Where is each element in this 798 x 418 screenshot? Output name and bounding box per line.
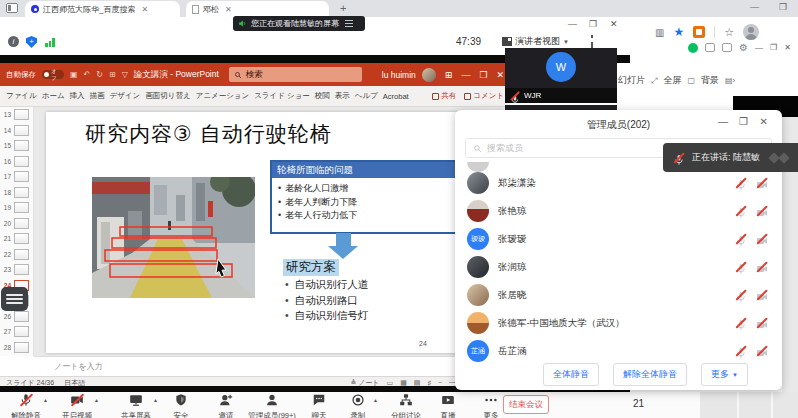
camera-muted-icon[interactable] [756, 289, 768, 301]
tab-view[interactable]: 表示 [335, 91, 350, 101]
restore-icon[interactable]: ❐ [779, 2, 787, 12]
notes-bar[interactable]: ノートを入力 [34, 356, 510, 376]
reading-list-icon[interactable]: ▥ [655, 27, 664, 38]
ppt-close-icon[interactable]: ✕ [496, 70, 504, 80]
autosave-toggle[interactable]: オフ [42, 70, 64, 79]
share-button[interactable]: 共有 [432, 91, 456, 101]
camera-muted-icon[interactable] [756, 233, 768, 245]
slide-thumb-13[interactable]: 13 [0, 107, 33, 123]
gift-icon[interactable] [722, 43, 732, 52]
browser-window-icon[interactable] [6, 3, 18, 13]
slides-tool-label[interactable]: 幻灯片 [618, 74, 645, 87]
ribbon-options-icon[interactable]: ⊞ [445, 70, 453, 80]
end-meeting-button[interactable]: 结束会议 [503, 395, 549, 414]
account-avatar[interactable] [422, 68, 436, 82]
camera-muted-icon[interactable] [756, 261, 768, 273]
gear-icon[interactable]: ⚙ [739, 42, 748, 53]
slide-thumb-preview[interactable] [14, 326, 29, 337]
background-tool-label[interactable]: 背景 [701, 74, 719, 87]
floating-annotation-widget[interactable] [1, 287, 28, 311]
ppt-search-box[interactable]: 検索 [229, 67, 362, 82]
panel-minimize-icon[interactable]: — [718, 116, 728, 127]
member-row[interactable]: 张艳琼 [467, 197, 768, 225]
meeting-restore-icon[interactable]: ❐ [589, 19, 597, 29]
member-row[interactable]: 张润琼 [467, 253, 768, 281]
slide-thumb-preview[interactable] [14, 264, 29, 275]
tab-home[interactable]: ホーム [42, 91, 65, 101]
tab-file[interactable]: ファイル [6, 91, 37, 101]
undo-icon[interactable]: ↶ [84, 70, 91, 79]
quickbar-chevron-icon[interactable]: ▽ [122, 70, 128, 79]
star-outline-icon[interactable]: ☆ [724, 26, 734, 39]
new-tab-button[interactable]: + [340, 2, 346, 14]
slide-thumb-preview[interactable] [14, 233, 29, 244]
mic-muted-icon[interactable] [735, 177, 747, 189]
slide-thumb-preview[interactable] [14, 249, 29, 260]
tab-transitions[interactable]: 画面切り替え [145, 91, 190, 101]
caret-up-icon[interactable]: ▲ [43, 397, 48, 403]
tab-insert[interactable]: 挿入 [70, 91, 85, 101]
slide-thumb-16[interactable]: 16 [0, 154, 33, 170]
ppt-minimize-icon[interactable]: — [461, 70, 470, 80]
browser-tab-2[interactable]: 邓松 ✕ [186, 1, 329, 17]
extension-badge-icon[interactable] [693, 26, 705, 38]
slideshow-start-icon[interactable]: ⊞ [109, 70, 116, 79]
slide-thumb-preview[interactable] [14, 156, 29, 167]
minimize-icon[interactable]: — [750, 2, 759, 12]
slide-thumb-preview[interactable] [14, 187, 29, 198]
member-row[interactable]: 张德军-中国地质大学（武汉） [467, 309, 768, 337]
member-row[interactable]: 郑柒潇染 [467, 169, 768, 197]
mic-muted-icon[interactable] [735, 205, 747, 217]
slide-thumb-preview[interactable] [14, 109, 29, 120]
tab-animations[interactable]: アニメーション [196, 91, 250, 101]
unmute-all-button[interactable]: 解除全体静音 [613, 363, 687, 386]
camera-muted-icon[interactable] [756, 177, 768, 189]
slide-thumb-14[interactable]: 14 [0, 123, 33, 139]
slide-thumb-23[interactable]: 23 [0, 262, 33, 278]
slide-thumb-preview[interactable] [14, 202, 29, 213]
redo-icon[interactable]: ↻ [96, 70, 103, 79]
speaker-video-tile[interactable]: W WJR [505, 48, 617, 103]
tab-slideshow[interactable]: スライド ショー [254, 91, 310, 101]
slide-thumb-preview[interactable] [14, 171, 29, 182]
panel-restore-icon[interactable]: ❐ [739, 116, 748, 127]
tab-draw[interactable]: 描画 [90, 91, 105, 101]
mic-muted-icon[interactable] [735, 233, 747, 245]
mic-muted-icon[interactable] [735, 317, 747, 329]
browser-profile-avatar[interactable] [743, 24, 759, 40]
chat-square-icon[interactable] [705, 43, 715, 52]
slide-thumb-18[interactable]: 18 [0, 185, 33, 201]
mic-muted-icon[interactable] [735, 289, 747, 301]
member-row[interactable]: 芷涵 岳芷涵 [467, 337, 768, 365]
fullscreen-tool-label[interactable]: 全屏 [663, 74, 681, 87]
panel-close-icon[interactable]: ✕ [760, 116, 768, 127]
meeting-close-icon[interactable]: ✕ [610, 19, 618, 29]
member-row[interactable]: 瑷瑷 张瑷瑷 [467, 225, 768, 253]
tab-help[interactable]: ヘルプ [355, 91, 378, 101]
toolbar-start-video[interactable]: ▲ 开启视频 [49, 393, 105, 418]
meeting-info-icon[interactable]: i [8, 36, 19, 47]
tab-design[interactable]: デザイン [110, 91, 141, 101]
app-minimize-icon[interactable]: — [755, 43, 763, 52]
tab-close-icon[interactable]: ✕ [225, 5, 232, 14]
slide-thumb-27[interactable]: 27 [0, 324, 33, 340]
camera-muted-icon[interactable] [756, 205, 768, 217]
member-row[interactable]: 张居晓 [467, 281, 768, 309]
tab-acrobat[interactable]: Acrobat [383, 92, 409, 101]
mute-all-button[interactable]: 全体静音 [543, 363, 599, 386]
tab-close-icon[interactable]: ✕ [141, 5, 148, 14]
meeting-minimize-icon[interactable]: — [568, 19, 577, 29]
save-icon[interactable]: ▣ [70, 70, 78, 79]
zoom-out-icon[interactable]: − [438, 379, 442, 386]
slide-thumb-preview[interactable] [14, 311, 29, 322]
slide-thumb-21[interactable]: 21 [0, 231, 33, 247]
camera-muted-icon[interactable] [756, 345, 768, 357]
slide-thumb-19[interactable]: 19 [0, 200, 33, 216]
slide-thumb-preview[interactable] [14, 140, 29, 151]
slide-thumb-17[interactable]: 17 [0, 169, 33, 185]
mic-muted-icon[interactable] [735, 345, 747, 357]
slide-thumb-22[interactable]: 22 [0, 247, 33, 263]
account-name[interactable]: lu huimin [382, 70, 416, 80]
comments-button[interactable]: コメント [464, 91, 504, 101]
more-button[interactable]: 更多▼ [701, 363, 748, 386]
